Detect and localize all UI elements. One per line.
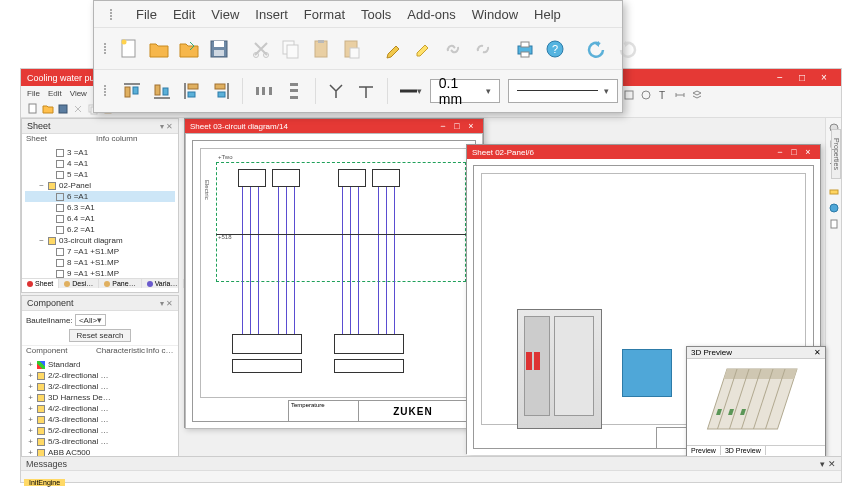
tree-row[interactable]: 6.3 =A1: [25, 202, 175, 213]
tree-toggle-icon[interactable]: −: [38, 180, 45, 191]
menu-help[interactable]: Help: [534, 7, 561, 22]
preview-tab[interactable]: Preview: [687, 446, 721, 455]
dock-pin-icon[interactable]: ▾ ✕: [160, 299, 173, 308]
sheet-col-sheet[interactable]: Sheet: [26, 134, 96, 143]
tree-row[interactable]: +4/3-directional …: [25, 414, 175, 425]
status-tab[interactable]: InitEngine: [24, 479, 65, 486]
component-name-combo[interactable]: <All> ▾: [75, 314, 106, 326]
text-tool-icon[interactable]: T: [657, 89, 669, 101]
dim-tool-icon[interactable]: [674, 89, 686, 101]
menu-file[interactable]: File: [136, 7, 157, 22]
menu-addons[interactable]: Add-ons: [407, 7, 455, 22]
comp-col-info[interactable]: Info c…: [146, 346, 174, 355]
menu-view[interactable]: View: [211, 7, 239, 22]
doc-minimize-button[interactable]: −: [436, 121, 450, 131]
minimize-button[interactable]: −: [769, 72, 791, 83]
unlink-icon[interactable]: [472, 37, 494, 61]
tree-row[interactable]: 8 =A1 +S1.MP: [25, 257, 175, 268]
panel-tab[interactable]: Desi…: [59, 279, 99, 288]
open-folder-icon[interactable]: [148, 37, 170, 61]
tree-row[interactable]: +3/2-directional …: [25, 381, 175, 392]
tool-icon[interactable]: [828, 218, 840, 230]
tool-icon[interactable]: [828, 202, 840, 214]
panel-tab[interactable]: Varia…: [142, 279, 184, 288]
align-right-icon[interactable]: [211, 79, 233, 103]
tree-toggle-icon[interactable]: +: [27, 359, 34, 370]
preview-canvas[interactable]: [687, 359, 825, 445]
help-icon[interactable]: ?: [544, 37, 566, 61]
tree-row[interactable]: +4/2-directional …: [25, 403, 175, 414]
highlight-icon[interactable]: [412, 37, 434, 61]
paste-icon[interactable]: [310, 37, 332, 61]
messages-panel-header[interactable]: Messages ▾ ✕: [21, 456, 841, 470]
save-icon[interactable]: [208, 37, 230, 61]
align-top-icon[interactable]: [121, 79, 143, 103]
open-folder-arrow-icon[interactable]: [178, 37, 200, 61]
menu-window[interactable]: Window: [472, 7, 518, 22]
preview-tab[interactable]: 3D Preview: [721, 446, 766, 455]
comp-col-characteristic[interactable]: Characteristic: [96, 346, 146, 355]
dock-pin-icon[interactable]: ▾ ✕: [160, 122, 173, 131]
menu-format[interactable]: Format: [304, 7, 345, 22]
tree-row[interactable]: −02-Panel: [25, 180, 175, 191]
tree-row[interactable]: 4 =A1: [25, 158, 175, 169]
tree-row[interactable]: 6 =A1: [25, 191, 175, 202]
connector-t-icon[interactable]: [355, 79, 377, 103]
close-button[interactable]: ×: [813, 72, 835, 83]
doc-maximize-button[interactable]: □: [450, 121, 464, 131]
doc-maximize-button[interactable]: □: [787, 147, 801, 157]
align-bottom-icon[interactable]: [151, 79, 173, 103]
menu-edit[interactable]: Edit: [173, 7, 195, 22]
save-icon[interactable]: [57, 103, 69, 115]
doc-close-button[interactable]: ×: [464, 121, 478, 131]
redo-icon[interactable]: [616, 37, 638, 61]
tree-row[interactable]: +5/2-directional …: [25, 425, 175, 436]
line-width-combo[interactable]: 0.1 mm▾: [430, 79, 500, 103]
dock-controls[interactable]: ▾ ✕: [820, 459, 836, 469]
line-pattern-combo[interactable]: ▾: [508, 79, 618, 103]
toolbar-grip-icon[interactable]: [104, 85, 109, 96]
connector-y-icon[interactable]: [325, 79, 347, 103]
menu-insert[interactable]: Insert: [255, 7, 288, 22]
circuit-canvas[interactable]: Electric +Two +518: [185, 133, 483, 429]
copy-icon[interactable]: [280, 37, 302, 61]
toolbar-grip-icon[interactable]: [110, 9, 116, 20]
shape-tool-icon[interactable]: [623, 89, 635, 101]
layer-tool-icon[interactable]: [691, 89, 703, 101]
link-icon[interactable]: [442, 37, 464, 61]
properties-dock-tab[interactable]: Properties: [831, 129, 841, 179]
mini-menu-item[interactable]: View: [70, 89, 87, 98]
tree-row[interactable]: 9 =A1 +S1.MP: [25, 268, 175, 278]
tree-row[interactable]: 6.4 =A1: [25, 213, 175, 224]
tree-toggle-icon[interactable]: +: [27, 436, 34, 447]
tree-toggle-icon[interactable]: +: [27, 370, 34, 381]
line-style-icon[interactable]: ▾: [398, 79, 422, 103]
tree-toggle-icon[interactable]: +: [27, 403, 34, 414]
tree-toggle-icon[interactable]: +: [27, 414, 34, 425]
format-brush-icon[interactable]: [382, 37, 404, 61]
tree-row[interactable]: 5 =A1: [25, 169, 175, 180]
distribute-v-icon[interactable]: [283, 79, 305, 103]
menu-tools[interactable]: Tools: [361, 7, 391, 22]
panel-tab[interactable]: Pane…: [99, 279, 141, 288]
new-doc-icon[interactable]: [118, 37, 140, 61]
tree-toggle-icon[interactable]: −: [38, 235, 45, 246]
maximize-button[interactable]: □: [791, 72, 813, 83]
tree-toggle-icon[interactable]: +: [27, 381, 34, 392]
paste-special-icon[interactable]: [340, 37, 362, 61]
new-icon[interactable]: [27, 103, 39, 115]
cut-icon[interactable]: [72, 103, 84, 115]
doc-minimize-button[interactable]: −: [773, 147, 787, 157]
align-left-icon[interactable]: [181, 79, 203, 103]
tree-row[interactable]: 3 =A1: [25, 147, 175, 158]
tree-toggle-icon[interactable]: +: [27, 425, 34, 436]
doc-window-circuit[interactable]: Sheet 03-circuit diagram/14 − □ × Electr…: [184, 118, 484, 428]
tree-row[interactable]: −03-circuit diagram: [25, 235, 175, 246]
tree-row[interactable]: +5/3-directional …: [25, 436, 175, 447]
reset-search-button[interactable]: Reset search: [69, 329, 130, 342]
doc-close-button[interactable]: ×: [801, 147, 815, 157]
sheet-col-info[interactable]: Info column: [96, 134, 137, 143]
tool-icon[interactable]: [828, 186, 840, 198]
tree-toggle-icon[interactable]: +: [27, 392, 34, 403]
preview-close-icon[interactable]: ✕: [814, 348, 821, 357]
